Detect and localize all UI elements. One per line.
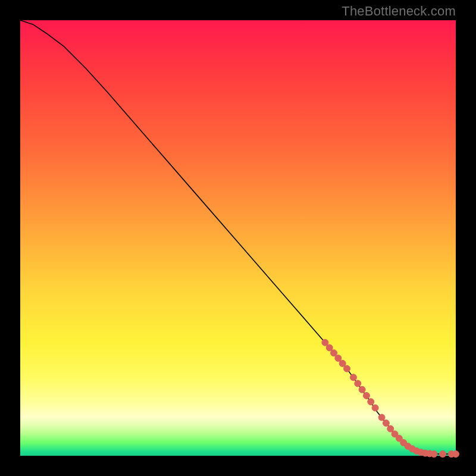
data-marker bbox=[339, 360, 346, 367]
data-marker bbox=[322, 339, 328, 346]
plot-area bbox=[20, 20, 456, 456]
data-marker bbox=[431, 451, 437, 458]
chart-svg bbox=[20, 20, 456, 456]
data-marker bbox=[344, 365, 350, 372]
data-marker bbox=[331, 350, 337, 356]
watermark-text: TheBottleneck.com bbox=[342, 4, 456, 19]
data-marker bbox=[359, 386, 365, 393]
data-marker bbox=[368, 399, 374, 405]
chart-frame: TheBottleneck.com bbox=[0, 0, 476, 476]
data-marker bbox=[440, 451, 446, 458]
curve-line bbox=[20, 20, 456, 454]
data-marker bbox=[383, 420, 389, 427]
data-marker bbox=[363, 392, 369, 399]
data-marker bbox=[335, 355, 342, 362]
marker-group bbox=[322, 339, 459, 457]
data-marker bbox=[378, 414, 385, 421]
data-marker bbox=[387, 425, 394, 432]
data-marker bbox=[453, 451, 459, 458]
data-marker bbox=[355, 380, 361, 387]
data-marker bbox=[326, 345, 333, 351]
data-marker bbox=[350, 374, 356, 381]
data-marker bbox=[372, 405, 378, 411]
